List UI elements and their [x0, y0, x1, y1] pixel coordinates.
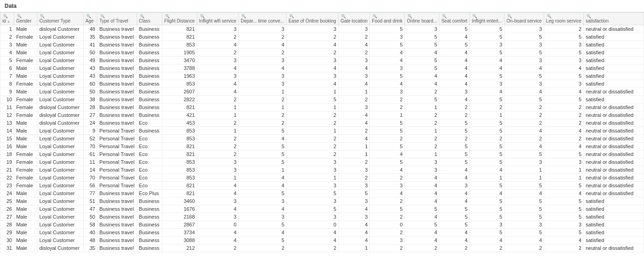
cell-seatComfort: 2	[439, 104, 470, 111]
cell-legRoomService: 2	[544, 119, 584, 127]
search-icon-id[interactable]: 🔍	[3, 14, 8, 18]
cell-inflightEntert: 5	[470, 49, 505, 57]
col-header-legRoomService: 🔍Leg room service	[544, 13, 584, 25]
cell-typeOfTravel: Business travel	[98, 229, 137, 237]
cell-typeOfTravel: Business travel	[98, 80, 137, 88]
cell-departureTimeConve: 4	[239, 64, 287, 72]
search-icon-departureTimeConve[interactable]: 🔍	[242, 14, 246, 18]
cell-gateLocation: 4	[339, 205, 370, 213]
cell-gateLocation: 4	[339, 41, 370, 49]
col-header-typeOfTravel: 🔍Type of Travel	[98, 13, 137, 25]
cell-legRoomService: 5	[544, 72, 584, 80]
cell-gender: Female	[14, 166, 37, 174]
cell-foodAndDrink: 2	[370, 96, 405, 104]
cell-typeOfTravel: Business travel	[98, 64, 137, 72]
search-icon-easeOfOnlineBooking[interactable]: 🔍	[289, 14, 294, 18]
cell-id: 25	[0, 197, 14, 205]
cell-gateLocation: 3	[339, 166, 370, 174]
cell-foodAndDrink: 4	[370, 166, 405, 174]
cell-class: Eco Plus	[137, 190, 162, 197]
search-icon-class[interactable]: 🔍	[140, 14, 144, 18]
cell-onBoardService: 2	[504, 104, 544, 111]
cell-customerType: Loyal Customer	[37, 80, 83, 88]
cell-id: 24	[0, 190, 14, 197]
cell-departureTimeConve: 1	[239, 104, 287, 111]
cell-legRoomService: 2	[544, 244, 584, 252]
cell-satisfaction: neutral or dissatisfied	[584, 25, 644, 33]
cell-seatComfort: 4	[439, 64, 470, 72]
search-icon-legRoomService[interactable]: 🔍	[547, 14, 552, 18]
cell-inflightWifi: 3	[197, 158, 239, 166]
cell-onlineBoard: 5	[405, 205, 439, 213]
cell-departureTimeConve: 5	[239, 143, 287, 150]
cell-satisfaction: neutral or dissatisfied	[584, 158, 644, 166]
search-icon-age[interactable]: 🔍	[86, 14, 91, 18]
cell-inflightWifi: 2	[197, 143, 239, 150]
search-icon-flightDistance[interactable]: 🔍	[165, 14, 170, 18]
table-row: 8FemaleLoyal Customer60Business travelBu…	[0, 80, 644, 88]
sort-icon-id[interactable]: ▲	[7, 19, 11, 23]
cell-class: Business	[137, 104, 162, 111]
search-icon-gender[interactable]: 🔍	[17, 14, 22, 18]
cell-foodAndDrink: 2	[370, 174, 405, 182]
cell-foodAndDrink: 2	[370, 244, 405, 252]
search-icon-foodAndDrink[interactable]: 🔍	[373, 14, 377, 18]
cell-flightDistance: 853	[162, 80, 197, 88]
cell-typeOfTravel: Personal Travel	[98, 135, 137, 143]
cell-satisfaction: satisfied	[584, 49, 644, 57]
cell-class: Business	[137, 244, 162, 252]
search-icon-typeOfTravel[interactable]: 🔍	[100, 14, 105, 18]
cell-departureTimeConve: 4	[239, 135, 287, 143]
search-icon-onlineBoard[interactable]: 🔍	[408, 14, 412, 18]
cell-easeOfOnlineBooking: 3	[287, 197, 339, 205]
cell-id: 3	[0, 41, 14, 49]
cell-id: 22	[0, 174, 14, 182]
cell-typeOfTravel: Business travel	[98, 33, 137, 41]
cell-onBoardService: 5	[504, 72, 544, 80]
cell-gateLocation: 4	[339, 64, 370, 72]
search-icon-onBoardService[interactable]: 🔍	[507, 14, 512, 18]
cell-easeOfOnlineBooking: 3	[287, 25, 339, 33]
cell-departureTimeConve: 2	[239, 119, 287, 127]
cell-legRoomService: 3	[544, 57, 584, 64]
cell-typeOfTravel: Personal Travel	[98, 182, 137, 190]
cell-onlineBoard: 5	[405, 64, 439, 72]
cell-flightDistance: 853	[162, 166, 197, 174]
search-icon-customerType[interactable]: 🔍	[40, 14, 45, 18]
cell-onBoardService: 3	[504, 41, 544, 49]
cell-inflightWifi: 4	[197, 182, 239, 190]
col-header-gender: 🔍Gender	[14, 13, 37, 25]
cell-legRoomService: 4	[544, 190, 584, 197]
cell-onlineBoard: 2	[405, 135, 439, 143]
search-icon-seatComfort[interactable]: 🔍	[442, 14, 447, 18]
cell-inflightEntert: 5	[470, 229, 505, 237]
cell-id: 21	[0, 166, 14, 174]
cell-easeOfOnlineBooking: 3	[287, 57, 339, 64]
cell-onlineBoard: 5	[405, 41, 439, 49]
cell-inflightEntert: 4	[470, 237, 505, 244]
search-icon-gateLocation[interactable]: 🔍	[341, 14, 346, 18]
search-icon-inflightEntert[interactable]: 🔍	[472, 14, 477, 18]
cell-gender: Female	[14, 33, 37, 41]
cell-customerType: Loyal Customer	[37, 213, 83, 221]
search-icon-inflightWifi[interactable]: 🔍	[200, 14, 205, 18]
cell-gender: Female	[14, 111, 37, 119]
cell-age: 52	[83, 135, 97, 143]
cell-id: 19	[0, 158, 14, 166]
cell-inflightEntert: 1	[470, 174, 505, 182]
cell-flightDistance: 821	[162, 143, 197, 150]
table-row: 22FemaleLoyal Customer70Personal TravelE…	[0, 174, 644, 182]
table-row: 16MaleLoyal Customer70Personal TravelEco…	[0, 143, 644, 150]
cell-age: 51	[83, 197, 97, 205]
cell-legRoomService: 4	[544, 143, 584, 150]
col-label-customerType: Customer Type	[39, 18, 81, 23]
search-icon-satisfaction[interactable]: 🔍	[586, 14, 591, 18]
cell-gender: Female	[14, 150, 37, 158]
cell-seatComfort: 5	[439, 150, 470, 158]
cell-id: 1	[0, 25, 14, 33]
cell-onlineBoard: 2	[405, 143, 439, 150]
cell-onBoardService: 2	[504, 244, 544, 252]
cell-id: 2	[0, 33, 14, 41]
col-label-gender: Gender	[16, 18, 35, 23]
cell-class: Business	[137, 127, 162, 135]
